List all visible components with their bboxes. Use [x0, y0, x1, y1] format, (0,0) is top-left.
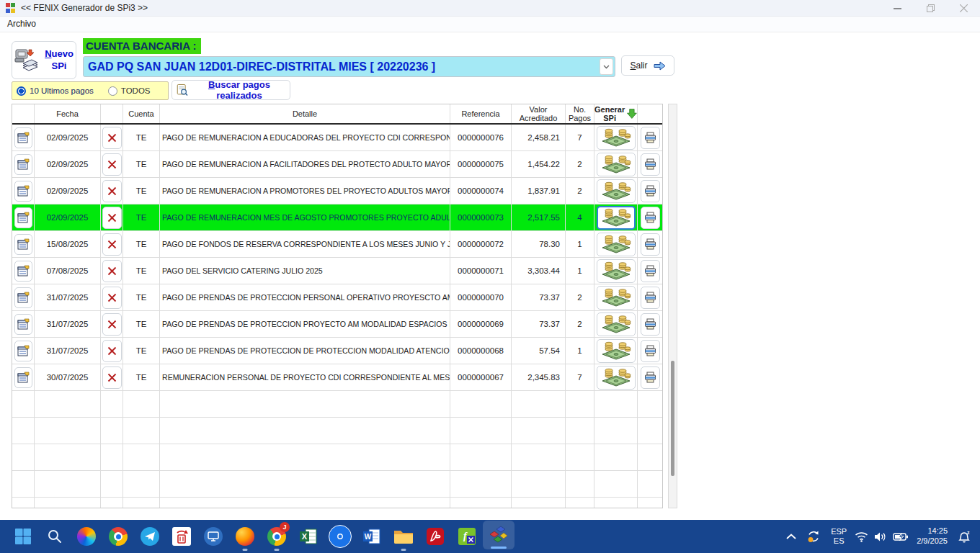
table-row[interactable]: 30/07/2025 TE REMUNERACION PERSONAL DE P…: [12, 364, 662, 391]
delete-row-button[interactable]: [102, 207, 122, 229]
edit-row-button[interactable]: [14, 181, 32, 202]
word-button[interactable]: W: [356, 521, 388, 552]
menu-archivo[interactable]: Archivo: [0, 17, 43, 31]
edit-row-button[interactable]: [14, 341, 32, 361]
generar-spi-button[interactable]: [597, 233, 636, 256]
buscar-pagos-button[interactable]: Buscar pagos realizados: [172, 80, 290, 100]
radio-10-ultimos[interactable]: [17, 86, 26, 96]
fenix-app-button[interactable]: f: [451, 521, 483, 552]
generar-spi-button[interactable]: [597, 153, 636, 176]
print-button[interactable]: [641, 340, 660, 362]
print-button[interactable]: [641, 287, 660, 309]
generar-spi-button[interactable]: [597, 179, 636, 203]
maximize-button[interactable]: [914, 0, 947, 16]
edit-row-button[interactable]: [14, 287, 32, 308]
delete-row-button[interactable]: [102, 340, 122, 362]
generar-spi-button[interactable]: [597, 286, 636, 310]
file-explorer-button[interactable]: [388, 521, 419, 552]
delete-row-button[interactable]: [102, 367, 122, 389]
table-row[interactable]: 02/09/2025 TE PAGO DE REMUNERACION A PRO…: [12, 178, 662, 204]
radio-todos[interactable]: [108, 86, 117, 96]
volume-button[interactable]: [871, 522, 890, 551]
edit-row-button[interactable]: [14, 234, 32, 255]
print-button[interactable]: [641, 127, 660, 149]
generar-spi-button[interactable]: [597, 366, 636, 390]
minimize-button[interactable]: [881, 0, 914, 16]
generar-spi-button[interactable]: [597, 339, 636, 363]
delete-row-button[interactable]: [102, 127, 122, 149]
cuenta-bancaria-select[interactable]: GAD PQ SAN JUAN 12D01-DIREC-DISTRITAL MI…: [83, 56, 615, 77]
header-referencia: Referencia: [450, 104, 512, 123]
taskbar-search-button[interactable]: [39, 521, 71, 552]
salir-button[interactable]: Salir: [621, 55, 674, 76]
print-button[interactable]: [641, 233, 660, 256]
table-row[interactable]: 02/09/2025 TE PAGO DE REMUNERACION MES D…: [12, 204, 662, 231]
table-row[interactable]: 02/09/2025 TE PAGO DE REMUNERACION A EDU…: [12, 125, 662, 151]
edit-row-button[interactable]: [14, 127, 32, 148]
edit-form-icon: [17, 318, 30, 331]
sync-status-button[interactable]: [801, 522, 826, 551]
fenix-spi-active-app[interactable]: [483, 521, 514, 549]
row-detalle: REMUNERACION PERSONAL DE PROYECTO CDI CO…: [160, 364, 450, 391]
start-button[interactable]: [7, 521, 39, 552]
delete-row-button[interactable]: [102, 287, 122, 309]
chrome-profile-button[interactable]: J: [261, 521, 293, 552]
print-button[interactable]: [641, 367, 660, 389]
acrobat-button[interactable]: [419, 521, 451, 552]
battery-button[interactable]: [890, 522, 912, 551]
nuevo-spi-label: Nuevo SPi: [45, 48, 74, 72]
clock[interactable]: 14:252/9/2025: [912, 522, 953, 551]
table-body: 02/09/2025 TE PAGO DE REMUNERACION A EDU…: [12, 125, 662, 508]
recycle-bin-button[interactable]: [166, 521, 197, 552]
row-fecha: 31/07/2025: [35, 338, 101, 364]
chrome-button[interactable]: [102, 521, 134, 552]
print-button[interactable]: [641, 260, 660, 282]
edit-row-button[interactable]: [14, 314, 32, 335]
excel-button[interactable]: X: [293, 521, 324, 552]
generar-spi-button[interactable]: [597, 313, 636, 336]
hidden-icons-button[interactable]: [781, 522, 801, 551]
table-row[interactable]: 31/07/2025 TE PAGO DE PRENDAS DE PROTECC…: [12, 284, 662, 311]
print-button[interactable]: [641, 180, 660, 202]
generar-spi-button[interactable]: [597, 259, 636, 283]
edit-row-button[interactable]: [14, 207, 32, 228]
table-scrollbar[interactable]: [668, 104, 677, 508]
nuevo-spi-button[interactable]: Nuevo SPi: [12, 41, 76, 79]
table-row[interactable]: 31/07/2025 TE PAGO DE PRENDAS DE PROTECC…: [12, 338, 662, 364]
delete-row-button[interactable]: [102, 180, 122, 202]
chrome-remote-button[interactable]: [324, 521, 356, 552]
firefox-button[interactable]: [229, 521, 261, 552]
generar-spi-button[interactable]: [597, 126, 636, 150]
delete-row-button[interactable]: [102, 233, 122, 256]
table-header-row: Fecha Cuenta Detalle Referencia ValorAcr…: [12, 104, 662, 125]
print-button[interactable]: [641, 207, 660, 229]
delete-row-button[interactable]: [102, 260, 122, 282]
payments-table: Fecha Cuenta Detalle Referencia ValorAcr…: [12, 104, 663, 508]
table-row[interactable]: 02/09/2025 TE PAGO DE REMUNERACION A FAC…: [12, 151, 662, 178]
scrollbar-thumb[interactable]: [671, 361, 674, 476]
close-button[interactable]: [947, 0, 980, 16]
row-valor: 2,345.83: [512, 364, 566, 391]
wifi-button[interactable]: [852, 522, 871, 551]
generar-spi-button[interactable]: [597, 206, 636, 230]
display-app-button[interactable]: [197, 521, 229, 552]
delete-x-icon: [107, 320, 117, 329]
row-cuenta: TE: [123, 364, 160, 391]
edit-row-button[interactable]: [14, 261, 32, 282]
table-row[interactable]: 07/08/2025 TE PAGO DEL SERVICIO CATERING…: [12, 258, 662, 284]
print-button[interactable]: [641, 313, 660, 336]
notification-center-button[interactable]: z: [953, 522, 976, 551]
delete-row-button[interactable]: [102, 153, 122, 176]
telegram-button[interactable]: [134, 521, 166, 552]
language-indicator[interactable]: ESPES: [826, 522, 852, 551]
edit-row-button[interactable]: [14, 154, 32, 175]
edit-row-button[interactable]: [14, 367, 32, 388]
delete-row-button[interactable]: [102, 313, 122, 336]
table-row[interactable]: 31/07/2025 TE PAGO DE PRENDAS DE PROTECC…: [12, 311, 662, 338]
copilot-button[interactable]: [71, 521, 102, 552]
table-row[interactable]: 15/08/2025 TE PAGO DE FONDOS DE RESERVA …: [12, 231, 662, 258]
print-button[interactable]: [641, 153, 660, 176]
row-detalle: PAGO DE REMUNERACION A EDUCADORAS DEL PR…: [160, 125, 450, 151]
combo-dropdown-button[interactable]: [600, 58, 613, 75]
row-referencia: 0000000073: [450, 204, 512, 231]
